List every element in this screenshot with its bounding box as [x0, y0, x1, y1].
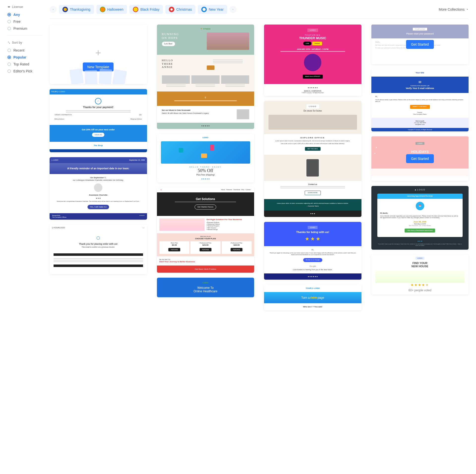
label: Black Friday: [140, 7, 159, 11]
label: Editor's Pick: [13, 69, 32, 73]
collection-pill-thanksgiving[interactable]: Thanksgiving: [59, 5, 94, 14]
get-started-button[interactable]: Get Started: [406, 154, 434, 163]
sort-icon: [7, 41, 10, 44]
label: Popular: [13, 55, 26, 59]
topbar: Thanksgiving Halloween Black Friday Chri…: [50, 5, 469, 19]
collection-pill-halloween[interactable]: Halloween: [96, 5, 127, 14]
chevron-right-icon: [232, 8, 234, 11]
overlay: Get Started: [371, 136, 469, 181]
sort-option-popular[interactable]: Popular: [7, 54, 42, 61]
sort-option-recent[interactable]: Recent: [7, 47, 42, 54]
shipping: Shipping Address: [130, 118, 142, 120]
template-card-thanks[interactable]: LOGO Thanks for being with us! ★★★ Hi, T…: [264, 222, 361, 280]
license-option-any[interactable]: Any: [7, 11, 42, 18]
template-card-holidays[interactable]: LOGO ● ● HOLIDAYS DEALS Get Started: [371, 136, 469, 181]
collection-pill-blackfriday[interactable]: Black Friday: [129, 5, 163, 14]
docs-illustration: [50, 69, 147, 84]
chevron-down-icon: [466, 8, 469, 11]
cta: Get 20% Off on your next order: [53, 128, 144, 131]
title: Thank you for placing order with us!: [52, 243, 145, 245]
template-card-password[interactable]: YOUR LOGO Please reset your password Hel…: [371, 25, 469, 64]
thanksgiving-icon: [62, 7, 68, 12]
collections-strip: Thanksgiving Halloween Black Friday Chri…: [50, 5, 237, 14]
sort-filter: Sort by Recent Popular Top Rated Editor'…: [7, 41, 42, 78]
template-card-sale[interactable]: LOGO HELLO THERE! ENJOY 50% Off Plus fre…: [157, 134, 254, 182]
label: Thanksgiving: [70, 7, 90, 11]
label: Christmas: [176, 7, 192, 11]
more-collections-button[interactable]: More Collections: [439, 7, 469, 11]
get-started-button[interactable]: Get Started: [406, 40, 434, 49]
name: Anastasia Charlotte: [52, 194, 145, 196]
overlay: Get Started: [371, 25, 469, 64]
hello: HELLO THERE! ENJOY: [159, 166, 252, 168]
label: More Collections: [439, 7, 465, 11]
radio-icon: [7, 56, 11, 59]
sidebar: License Any Free Premium Sort by Recent …: [7, 5, 42, 310]
votes-label: 60+ people voted: [371, 287, 469, 295]
label: Top Rated: [13, 62, 29, 66]
template-card-appointment[interactable]: ▲LOGO Upcoming Appointment Reminder 📅 Hi…: [371, 186, 469, 250]
template-card-fitness[interactable]: 🏋 FITNESS RUNNING ON HOPE Let's Run! HEL…: [157, 25, 254, 129]
shop: The Shop: [52, 144, 145, 147]
template-card-solutions[interactable]: ▲About Features Download FAQ Contact Get…: [157, 187, 254, 273]
sort-header: Sort by: [7, 41, 42, 44]
template-card-newpage[interactable]: YOUR ▷ LOGO Turn a new page Who am I ? Y…: [264, 285, 361, 310]
logo: LOGO: [157, 134, 254, 141]
logo: ▷YOURLOGO: [52, 227, 65, 229]
collections-prev-button[interactable]: [50, 6, 57, 13]
chevron-left-icon: [52, 8, 54, 11]
logo: YOUR ▷ LOGO: [50, 89, 147, 94]
template-card-furniture[interactable]: LOGO Do more for home EXPLORE OFFICE Lor…: [264, 101, 361, 217]
radio-icon: [7, 13, 11, 16]
label: Recent: [13, 48, 24, 52]
license-header: License: [7, 5, 42, 9]
radio-icon: [7, 62, 11, 66]
collection-pill-newyear[interactable]: New Year: [198, 5, 227, 14]
license-filter: License Any Free Premium: [7, 5, 42, 36]
template-card-healthcare[interactable]: LOGO Welcome To Online Healthcare: [157, 278, 254, 297]
label: Any: [13, 13, 20, 17]
collections-next-button[interactable]: [230, 6, 237, 13]
license-option-free[interactable]: Free: [7, 18, 42, 25]
title: A friendly reminder of an important date…: [50, 163, 147, 174]
radio-icon: [7, 20, 11, 23]
templates-grid: + New Template YOUR ▷ LOGO ✓ Thanks for …: [50, 25, 469, 310]
billing: Billing Address: [55, 118, 64, 120]
radio-icon: [7, 49, 11, 52]
crown-icon: [7, 5, 10, 8]
main: Thanksgiving Halloween Black Friday Chri…: [50, 5, 469, 310]
plus-icon: +: [95, 47, 101, 59]
sort-option-toprated[interactable]: Top Rated: [7, 61, 42, 68]
grid-column: YOUR LOGO Please reset your password Hel…: [371, 25, 469, 295]
template-card-house[interactable]: LOGO FIND YOUR NEW HOUSE ★★★★★ 60+ peopl…: [371, 255, 469, 295]
discount: 50% Off: [159, 168, 252, 174]
label: Halloween: [107, 7, 123, 11]
grid-column: LOGO FEATURING THUNDER MUSIC LIVE Festiv…: [264, 25, 361, 310]
template-card-order[interactable]: ▷YOURLOGO— Thank you for placing order w…: [50, 225, 147, 274]
license-option-premium[interactable]: Premium: [7, 25, 42, 32]
halloween-icon: [100, 7, 105, 12]
template-card-verify[interactable]: Your Site ✉ THANKS FOR SIGNING UP! Verif…: [371, 69, 469, 131]
date: September 22, 2000: [129, 159, 145, 161]
hero: Get Solutions: [162, 197, 249, 201]
rating-stars: ★★★★★: [371, 283, 469, 287]
btn: Yes, I will make it ▸: [88, 205, 109, 209]
grid-column: 🏋 FITNESS RUNNING ON HOPE Let's Run! HEL…: [157, 25, 254, 297]
note: Everyone let's congratulate Anastasia Ch…: [55, 201, 142, 202]
title: Thanks for your payment!: [52, 106, 145, 109]
label: Free: [13, 20, 21, 24]
sort-header-label: Sort by: [12, 41, 22, 44]
newyear-icon: [201, 7, 207, 12]
template-card-music[interactable]: LOGO FEATURING THUNDER MUSIC LIVE Festiv…: [264, 25, 361, 96]
collection-pill-christmas[interactable]: Christmas: [165, 5, 195, 14]
new-template-card[interactable]: + New Template: [50, 25, 147, 84]
order-label: ORDER CONFIRMATION: [55, 114, 72, 116]
radio-icon: [7, 69, 11, 73]
blackfriday-icon: [133, 7, 138, 12]
sort-option-editorspick[interactable]: Editor's Pick: [7, 68, 42, 75]
logo: ▷ LOGO: [52, 159, 58, 161]
b1: On September 7,: [52, 177, 145, 179]
sub: This email to confirm on a previous invo…: [52, 246, 145, 248]
template-card-reminder[interactable]: ▷ LOGO September 22, 2000 A friendly rem…: [50, 157, 147, 220]
template-card-payment[interactable]: YOUR ▷ LOGO ✓ Thanks for your payment! O…: [50, 89, 147, 152]
